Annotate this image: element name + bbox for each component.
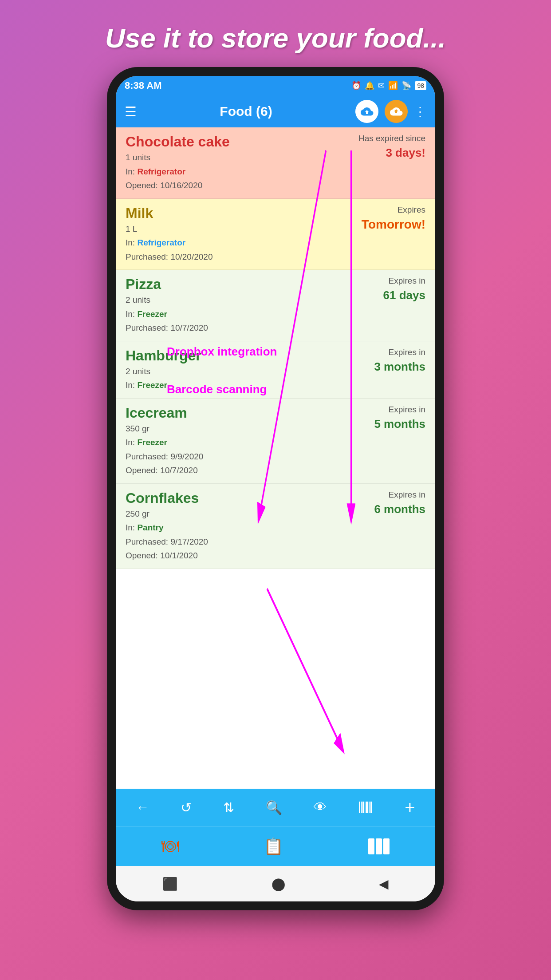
refresh-button[interactable]: ↺	[181, 800, 192, 815]
recent-apps-button[interactable]: ⬛	[162, 877, 178, 891]
menu-icon[interactable]: ☰	[125, 104, 137, 119]
food-meta: 1 L	[126, 223, 362, 236]
food-meta: 2 units	[126, 365, 363, 378]
status-time: 8:38 AM	[125, 80, 162, 91]
food-item-right: Expires in 6 months	[363, 490, 425, 562]
expire-value: 61 days	[363, 288, 425, 302]
food-name: Icecream	[126, 405, 363, 421]
expire-label: Expires in	[363, 276, 425, 286]
page-headline: Use it to store your food...	[0, 0, 551, 67]
bottom-nav: 🍽 📋	[116, 826, 435, 866]
svg-rect-7	[366, 802, 368, 813]
food-item-right: Expires in 3 months	[363, 348, 425, 392]
expire-value: Tomorrow!	[362, 217, 425, 232]
list-item[interactable]: Pizza 2 units In: Freezer Purchased: 10/…	[116, 270, 435, 341]
expire-value: 6 months	[363, 502, 425, 516]
sort-button[interactable]: ⇅	[223, 800, 234, 815]
food-meta: Purchased: 10/20/2020	[126, 251, 362, 264]
food-name: Chocolate cake	[126, 134, 358, 150]
ring-icon: 🔔	[365, 81, 374, 91]
food-meta: Purchased: 9/9/2020	[126, 450, 363, 463]
phone-outer: 8:38 AM ⏰ 🔔 ✉ 📶 📡 98 ☰ Food (6)	[107, 67, 444, 910]
food-item-left: Hamburger 2 units In: Freezer	[126, 348, 363, 392]
food-meta: Purchased: 9/17/2020	[126, 536, 363, 549]
status-bar: 8:38 AM ⏰ 🔔 ✉ 📶 📡 98	[116, 76, 435, 95]
svg-rect-9	[370, 802, 372, 813]
top-bar: ☰ Food (6) ⋮	[116, 95, 435, 127]
phone-inner: 8:38 AM ⏰ 🔔 ✉ 📶 📡 98 ☰ Food (6)	[116, 76, 435, 901]
food-meta: Opened: 10/7/2020	[126, 464, 363, 477]
food-meta: 1 units	[126, 151, 358, 164]
food-item-left: Chocolate cake 1 units In: Refrigerator …	[126, 134, 358, 192]
food-item-left: Cornflakes 250 gr In: Pantry Purchased: …	[126, 490, 363, 562]
expire-value: 3 months	[363, 360, 425, 374]
more-options-icon[interactable]: ⋮	[414, 104, 426, 119]
svg-rect-3	[359, 802, 360, 813]
food-meta: In: Refrigerator	[126, 166, 358, 178]
add-item-button[interactable]: +	[405, 798, 415, 818]
email-icon: ✉	[378, 81, 385, 91]
food-nav-button[interactable]: 🍽	[161, 836, 179, 856]
expire-label: Expires in	[363, 348, 425, 357]
food-meta: 2 units	[126, 294, 363, 307]
food-item-right: Expires in 5 months	[363, 405, 425, 477]
food-meta: In: Freezer	[126, 308, 363, 321]
app-title: Food (6)	[220, 104, 272, 119]
svg-rect-4	[361, 802, 362, 813]
food-item-right: Expires in 61 days	[363, 276, 425, 335]
storage-nav-button[interactable]	[368, 838, 390, 854]
food-meta: In: Freezer	[126, 436, 363, 449]
signal-icon: 📶	[388, 81, 398, 91]
food-meta: Purchased: 10/7/2020	[126, 322, 363, 335]
food-item-left: Pizza 2 units In: Freezer Purchased: 10/…	[126, 276, 363, 335]
list-item[interactable]: Hamburger 2 units In: Freezer Expires in…	[116, 341, 435, 399]
expire-value: 5 months	[363, 417, 425, 431]
cloud-download-button[interactable]	[355, 100, 378, 123]
barcode-scan-button[interactable]	[358, 800, 373, 815]
wifi-icon: 📡	[401, 81, 411, 91]
back-button[interactable]: ←	[136, 800, 149, 815]
food-meta: In: Refrigerator	[126, 237, 362, 249]
food-name: Hamburger	[126, 348, 363, 364]
cloud-upload-button[interactable]	[385, 100, 408, 123]
battery-icon: 98	[415, 81, 426, 90]
food-item-left: Icecream 350 gr In: Freezer Purchased: 9…	[126, 405, 363, 477]
home-button[interactable]: ⬤	[272, 877, 285, 891]
calendar-nav-button[interactable]: 📋	[264, 837, 283, 856]
food-item-right: Has expired since 3 days!	[358, 134, 425, 192]
expire-label: Expires in	[363, 490, 425, 500]
food-name: Pizza	[126, 276, 363, 292]
food-meta: In: Pantry	[126, 522, 363, 534]
back-nav-button[interactable]: ◀	[379, 877, 389, 891]
view-button[interactable]: 👁	[314, 800, 327, 815]
expire-label: Has expired since	[358, 134, 425, 143]
bottom-toolbar: ← ↺ ⇅ 🔍 👁 +	[116, 789, 435, 826]
svg-rect-6	[365, 802, 366, 813]
food-meta: Opened: 10/16/2020	[126, 179, 358, 192]
top-actions: ⋮	[355, 100, 426, 123]
status-icons: ⏰ 🔔 ✉ 📶 📡 98	[351, 81, 426, 91]
food-meta: Opened: 10/1/2020	[126, 549, 363, 562]
food-meta: In: Freezer	[126, 379, 363, 392]
food-name: Milk	[126, 205, 362, 221]
alarm-icon: ⏰	[351, 81, 361, 91]
food-list: Chocolate cake 1 units In: Refrigerator …	[116, 127, 435, 789]
list-item[interactable]: Cornflakes 250 gr In: Pantry Purchased: …	[116, 484, 435, 569]
food-name: Cornflakes	[126, 490, 363, 506]
expire-label: Expires	[362, 205, 425, 215]
expire-label: Expires in	[363, 405, 425, 415]
svg-rect-8	[369, 802, 370, 813]
food-meta: 350 gr	[126, 423, 363, 435]
search-button[interactable]: 🔍	[266, 800, 282, 815]
list-item[interactable]: Icecream 350 gr In: Freezer Purchased: 9…	[116, 399, 435, 484]
expire-value: 3 days!	[358, 146, 425, 160]
system-nav: ⬛ ⬤ ◀	[116, 866, 435, 901]
svg-rect-5	[362, 802, 364, 813]
food-item-right: Expires Tomorrow!	[362, 205, 425, 264]
list-item[interactable]: Chocolate cake 1 units In: Refrigerator …	[116, 127, 435, 199]
food-item-left: Milk 1 L In: Refrigerator Purchased: 10/…	[126, 205, 362, 264]
list-item[interactable]: Milk 1 L In: Refrigerator Purchased: 10/…	[116, 199, 435, 270]
food-meta: 250 gr	[126, 508, 363, 521]
